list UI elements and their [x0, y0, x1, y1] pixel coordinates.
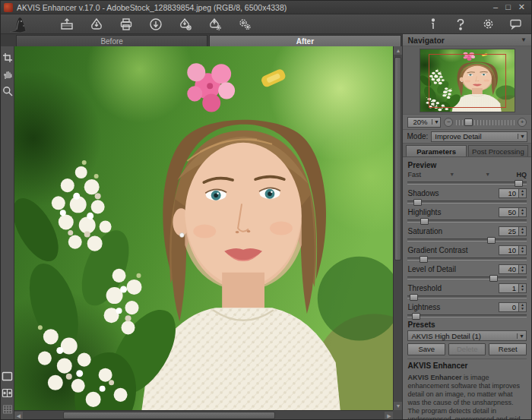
mode-value: Improve Detail [432, 132, 518, 141]
hint-box: AKVIS Enhancer AKVIS Enhancer is image e… [407, 358, 527, 420]
scroll-right-arrow[interactable]: ▶ [385, 412, 393, 420]
shadows-value[interactable]: 10 [499, 188, 518, 198]
tool-panel [1, 46, 14, 420]
close-button[interactable]: ✕ [518, 3, 525, 11]
navigator-header[interactable]: Navigator ▼ [403, 34, 531, 46]
tab-post-processing[interactable]: Post Processing [468, 145, 528, 156]
saturation-slider-handle[interactable] [487, 237, 496, 244]
preset-value: AKVIS High Detail (1) [408, 332, 517, 340]
maximize-button[interactable]: □ [505, 3, 511, 11]
scroll-left-arrow[interactable]: ◀ [14, 412, 23, 420]
preset-dropdown-arrow[interactable]: ▼ [517, 333, 526, 339]
hand-icon[interactable] [2, 68, 14, 81]
toolbar [1, 14, 531, 34]
navigator-collapse-icon[interactable]: ▼ [521, 36, 527, 43]
preview-slider[interactable] [407, 182, 527, 185]
level-of-detail-spinner[interactable]: ▲▼ [518, 264, 527, 274]
zoom-level-value: 20% [408, 118, 432, 126]
before-after-tabbar: Before After [14, 34, 402, 46]
horizontal-scrollbar[interactable]: ◀ ▶ [14, 410, 393, 420]
slider-row-saturation: Saturation 25▲▼ [407, 226, 527, 236]
preview-scale-labels: Fast ▼ ▼ HQ [407, 171, 527, 179]
threshold-value[interactable]: 1 [499, 283, 518, 293]
gradient-contrast-spinner[interactable]: ▲▼ [518, 245, 527, 255]
batch-processing-icon[interactable] [236, 16, 253, 33]
save-image-icon[interactable] [88, 16, 105, 33]
zoom-slider[interactable] [456, 118, 515, 126]
scrollbar-corner [393, 410, 402, 420]
shadows-slider[interactable] [407, 201, 527, 204]
zoom-dropdown-arrow[interactable]: ▼ [432, 119, 440, 125]
saturation-spinner[interactable]: ▲▼ [518, 226, 527, 236]
save-preset-button[interactable]: Save [407, 343, 445, 355]
feedback-icon[interactable] [507, 16, 524, 33]
open-image-icon[interactable] [59, 16, 75, 33]
threshold-slider[interactable] [407, 295, 527, 298]
about-icon[interactable] [425, 16, 442, 33]
preview-marker-icon: ▼ [449, 172, 454, 177]
threshold-spinner[interactable]: ▲▼ [518, 283, 527, 293]
level-of-detail-slider-handle[interactable] [489, 275, 498, 282]
lightness-slider-handle[interactable] [412, 313, 420, 320]
preview-marker2-icon: ▼ [485, 172, 490, 177]
zoom-out-button[interactable]: − [444, 118, 453, 127]
lightness-spinner[interactable]: ▲▼ [518, 302, 527, 312]
navigator-thumbnail[interactable] [420, 49, 515, 112]
preview-fast-label: Fast [407, 171, 516, 179]
vertical-scrollbar[interactable]: ▲ ▼ [393, 46, 402, 410]
navigator-title: Navigator [407, 36, 521, 45]
shadows-label: Shadows [407, 189, 499, 197]
navigator-view-rect[interactable] [429, 54, 506, 108]
import-presets-icon[interactable] [177, 16, 194, 33]
delete-preset-button[interactable]: Delete [448, 343, 486, 355]
minimize-button[interactable]: – [493, 3, 498, 11]
help-icon[interactable] [452, 16, 469, 33]
level-of-detail-slider[interactable] [407, 276, 527, 279]
gradient-contrast-slider[interactable] [407, 257, 527, 261]
view-split-icon[interactable] [2, 386, 14, 399]
window-title: AKVIS Enhancer v.17.0 - AdobeStock_12883… [17, 3, 493, 12]
zoom-in-button[interactable]: + [518, 118, 527, 127]
highlights-value[interactable]: 50 [499, 207, 518, 217]
level-of-detail-value[interactable]: 40 [499, 264, 518, 274]
mode-dropdown-arrow[interactable]: ▼ [518, 134, 527, 139]
highlights-slider[interactable] [407, 219, 527, 223]
preset-select[interactable]: AKVIS High Detail (1) ▼ [407, 330, 527, 341]
view-single-icon[interactable] [2, 369, 14, 383]
mode-row: Mode: Improve Detail ▼ [403, 130, 531, 144]
highlights-spinner[interactable]: ▲▼ [518, 207, 527, 217]
after-photo [14, 46, 393, 410]
zoom-slider-handle[interactable] [464, 118, 473, 126]
preferences-icon[interactable] [480, 16, 496, 33]
lightness-value[interactable]: 0 [499, 302, 518, 312]
gradient-contrast-slider-handle[interactable] [420, 256, 428, 263]
gradient-contrast-value[interactable]: 10 [499, 245, 518, 255]
saturation-value[interactable]: 25 [499, 226, 518, 236]
mode-select[interactable]: Improve Detail ▼ [431, 131, 527, 142]
print-icon[interactable] [118, 16, 135, 33]
reset-preset-button[interactable]: Reset [489, 343, 527, 355]
saturation-slider[interactable] [407, 238, 527, 242]
zoom-tool-icon[interactable] [2, 84, 14, 98]
zoom-level-select[interactable]: 20% ▼ [407, 117, 441, 128]
crop-icon[interactable] [2, 51, 14, 65]
vertical-scroll-thumb[interactable] [394, 57, 401, 261]
horizontal-scroll-thumb[interactable] [63, 412, 275, 419]
photo-canvas[interactable] [14, 46, 393, 410]
lightness-label: Lightness [407, 303, 499, 311]
scroll-down-arrow[interactable]: ▼ [394, 402, 402, 410]
quick-grid-icon[interactable] [2, 403, 14, 416]
highlights-slider-handle[interactable] [420, 218, 429, 225]
tab-parameters[interactable]: Parameters [406, 145, 466, 156]
shadows-spinner[interactable]: ▲▼ [518, 188, 527, 198]
preview-slider-handle[interactable] [515, 180, 523, 187]
export-presets-icon[interactable] [207, 16, 223, 33]
tab-before[interactable]: Before [16, 35, 207, 46]
lightness-slider[interactable] [407, 314, 527, 317]
slider-row-lightness: Lightness 0▲▼ [407, 302, 527, 312]
scroll-up-arrow[interactable]: ▲ [394, 46, 402, 55]
share-icon[interactable] [147, 16, 164, 33]
shadows-slider-handle[interactable] [413, 199, 422, 206]
tab-after[interactable]: After [209, 35, 401, 46]
threshold-slider-handle[interactable] [410, 294, 418, 301]
